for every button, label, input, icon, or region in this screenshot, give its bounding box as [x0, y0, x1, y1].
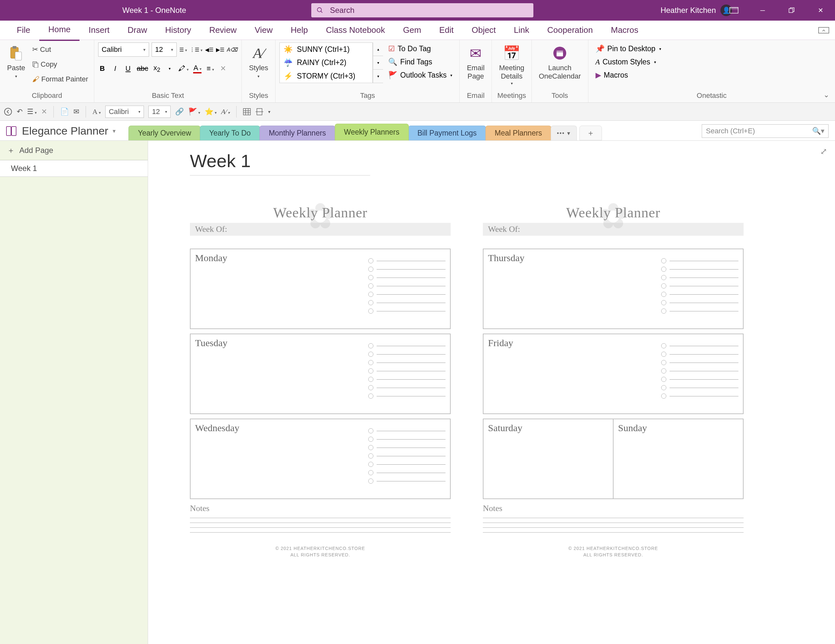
pin-to-desktop-button[interactable]: 📌Pin to Desktop▾ — [592, 42, 665, 55]
bullets-button[interactable]: ☰ — [179, 47, 187, 53]
tab-bill-payment[interactable]: Bill Payment Logs — [408, 125, 486, 140]
page-width-qat-button[interactable] — [255, 108, 264, 115]
search-icon — [317, 7, 323, 14]
launch-onecalendar-button[interactable]: Launch OneCalendar — [536, 42, 584, 83]
user-account[interactable]: Heather Kitchen 👤 — [661, 5, 732, 16]
notebook-selector[interactable]: Elegance Planner ▾ — [5, 125, 115, 140]
italic-button[interactable]: I — [111, 64, 119, 73]
star-qat-button[interactable]: ⭐ — [205, 107, 217, 116]
email-icon: ✉ — [469, 44, 482, 62]
svg-point-0 — [317, 8, 322, 12]
cut-button[interactable]: ✂Cut — [30, 42, 90, 57]
strikethrough-button[interactable]: abc — [137, 64, 148, 73]
menu-gem[interactable]: Gem — [394, 20, 430, 40]
menu-object[interactable]: Object — [463, 20, 505, 40]
bold-button[interactable]: B — [98, 64, 107, 73]
maximize-button[interactable] — [777, 0, 806, 21]
global-search[interactable]: Search — [311, 3, 533, 17]
outdent-button[interactable]: ◀☰ — [205, 47, 213, 53]
font-qat-button[interactable]: A — [93, 107, 101, 116]
format-painter-button[interactable]: 🖌Format Painter — [30, 72, 90, 86]
menu-history[interactable]: History — [156, 20, 200, 40]
tab-add-section[interactable]: ＋ — [579, 125, 602, 140]
font-family-select[interactable]: Calibri▾ — [98, 42, 149, 57]
collapse-ribbon-button[interactable] — [818, 27, 829, 34]
meeting-details-button[interactable]: 📅Meeting Details▾ — [496, 42, 527, 88]
copy-button[interactable]: Copy — [30, 57, 90, 72]
tab-monthly-planners[interactable]: Monthly Planners — [260, 125, 335, 140]
page-item-week1[interactable]: Week 1 — [0, 160, 148, 177]
email-qat-button[interactable]: ✉ — [73, 107, 79, 116]
subscript-button[interactable]: x2 — [153, 64, 161, 73]
menu-edit[interactable]: Edit — [430, 20, 463, 40]
ribbon-label-tools: Tools — [536, 89, 584, 102]
menu-link[interactable]: Link — [505, 20, 538, 40]
macros-button[interactable]: ▶Macros — [592, 69, 665, 81]
find-tags-button[interactable]: 🔍Find Tags — [385, 56, 455, 68]
clear-formatting-button[interactable]: A⌫ — [227, 47, 238, 53]
font-size-qat[interactable]: 12▾ — [148, 106, 170, 118]
checkbox-icon: ☑ — [388, 44, 395, 53]
menu-home[interactable]: Home — [39, 20, 80, 41]
styles-button[interactable]: A⁄ Styles ▾ — [245, 42, 271, 80]
menu-class-notebook[interactable]: Class Notebook — [317, 20, 394, 40]
fullscreen-button[interactable]: ⤢ — [820, 146, 827, 156]
menu-cooperation[interactable]: Cooperation — [538, 20, 602, 40]
font-size-select[interactable]: 12▾ — [152, 42, 177, 57]
tab-meal-planners[interactable]: Meal Planners — [486, 125, 551, 140]
undo-button[interactable]: ↶ — [17, 107, 23, 116]
add-page-button[interactable]: ＋ Add Page — [0, 141, 148, 160]
highlight-button[interactable]: 🖍 — [178, 64, 188, 73]
close-button[interactable]: ✕ — [806, 0, 835, 21]
tag-gallery-scroll[interactable]: ▴▾▾ — [373, 42, 383, 83]
more-qat-button[interactable]: ▾ — [268, 109, 270, 114]
tab-weekly-planners[interactable]: Weekly Planners — [335, 124, 409, 140]
notes-label-right: Notes — [483, 504, 744, 513]
ribbon-chevron-button[interactable]: ⌄ — [824, 91, 829, 99]
font-color-button[interactable]: A — [193, 64, 201, 73]
tab-more[interactable]: ••• ▾ — [551, 125, 577, 140]
list-dropdown-button[interactable]: ☰ — [27, 107, 37, 116]
menu-view[interactable]: View — [245, 20, 282, 40]
delete-qat-button[interactable]: ✕ — [41, 107, 47, 116]
underline-button[interactable]: U — [124, 64, 132, 73]
font-color-qat-button[interactable]: A⁄ — [221, 107, 230, 116]
outlook-tasks-button[interactable]: 🚩Outlook Tasks▾ — [385, 69, 455, 81]
numbering-button[interactable]: ⋮☰ — [190, 47, 203, 53]
menu-review[interactable]: Review — [200, 20, 245, 40]
indent-button[interactable]: ▶☰ — [216, 47, 224, 53]
ribbon-group-styles: A⁄ Styles ▾ Styles — [242, 40, 276, 102]
notebook-search[interactable]: Search (Ctrl+E) 🔍▾ — [702, 124, 829, 138]
todo-tag-button[interactable]: ☑To Do Tag — [385, 42, 455, 55]
tag-sunny[interactable]: ☀️SUNNY (Ctrl+1) — [280, 43, 372, 56]
new-page-qat-button[interactable]: 📄 — [60, 107, 69, 116]
titlebar: Week 1 - OneNote Search Heather Kitchen … — [0, 0, 835, 21]
tag-gallery[interactable]: ☀️SUNNY (Ctrl+1) ☔RAINY (Ctrl+2) ⚡STORMY… — [279, 42, 373, 83]
tag-stormy[interactable]: ⚡STORMY (Ctrl+3) — [280, 70, 372, 83]
minimize-button[interactable]: ─ — [748, 0, 777, 21]
menu-macros[interactable]: Macros — [602, 20, 647, 40]
email-page-button[interactable]: ✉Email Page — [463, 42, 488, 83]
delete-button[interactable]: ✕ — [219, 64, 227, 73]
ribbon-display-button[interactable] — [726, 3, 742, 18]
menu-file[interactable]: File — [8, 20, 39, 40]
tab-yearly-todo[interactable]: Yearly To Do — [200, 125, 260, 140]
table-qat-button[interactable] — [243, 108, 251, 115]
page-canvas[interactable]: ⤢ Week 1 ✿ Weekly Planner Week Of: Monda… — [148, 141, 835, 644]
window-title: Week 1 - OneNote — [122, 6, 186, 15]
menu-help[interactable]: Help — [282, 20, 317, 40]
calendar-icon — [553, 44, 567, 62]
paste-button[interactable]: Paste ▾ — [4, 42, 28, 80]
tag-rainy[interactable]: ☔RAINY (Ctrl+2) — [280, 56, 372, 69]
tab-yearly-overview[interactable]: Yearly Overview — [128, 125, 200, 140]
link-qat-button[interactable]: 🔗 — [175, 107, 184, 116]
flag-qat-button[interactable]: 🚩 — [188, 107, 200, 116]
page-title[interactable]: Week 1 — [190, 150, 370, 176]
menu-draw[interactable]: Draw — [119, 20, 156, 40]
menu-insert[interactable]: Insert — [80, 20, 119, 40]
custom-styles-button[interactable]: ACustom Styles▾ — [592, 56, 665, 68]
back-button[interactable] — [4, 107, 12, 116]
font-family-qat[interactable]: Calibri▾ — [105, 106, 144, 118]
align-button[interactable]: ≡ — [206, 64, 214, 73]
notebook-icon — [5, 125, 17, 137]
